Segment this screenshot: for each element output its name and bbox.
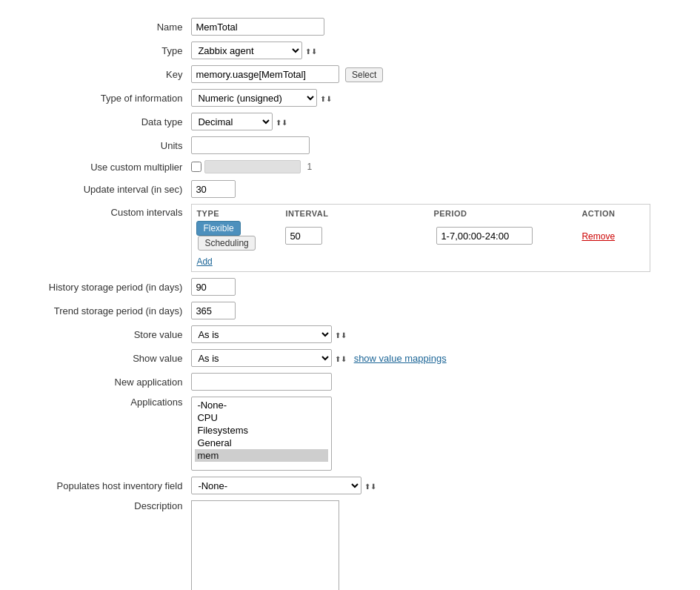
app-option-none[interactable]: -None- — [195, 399, 328, 411]
data-type-label: Data type — [15, 110, 187, 133]
type-label: Type — [15, 39, 187, 62]
add-interval-link[interactable]: Add — [196, 256, 212, 267]
history-label: History storage period (in days) — [15, 275, 187, 299]
name-row: Name — [15, 15, 681, 39]
units-row: Units — [15, 133, 681, 157]
app-option-mem[interactable]: mem — [195, 449, 328, 462]
applications-label: Applications — [15, 394, 187, 474]
header-interval: INTERVAL — [285, 209, 433, 218]
name-label: Name — [15, 15, 187, 39]
name-input[interactable] — [191, 18, 324, 36]
store-value-arrows-icon: ⬆⬇ — [335, 331, 347, 339]
store-value-select[interactable]: As is Delta (speed per second) Delta (si… — [191, 325, 332, 343]
data-type-arrows-icon: ⬆⬇ — [276, 119, 287, 127]
populates-row: Populates host inventory field -None- ⬆⬇ — [15, 474, 681, 497]
type-of-info-label: Type of information — [15, 86, 187, 110]
new-application-label: New application — [15, 370, 187, 394]
key-select-button[interactable]: Select — [345, 67, 383, 82]
units-label: Units — [15, 133, 187, 157]
populates-label: Populates host inventory field — [15, 474, 187, 497]
description-textarea[interactable] — [191, 500, 339, 590]
description-label: Description — [15, 497, 187, 590]
flexible-button[interactable]: Flexible — [196, 221, 240, 236]
trend-row: Trend storage period (in days) — [15, 299, 681, 322]
app-option-filesystems[interactable]: Filesystems — [195, 424, 328, 437]
custom-intervals-container: TYPE INTERVAL PERIOD ACTION Flexible Sch… — [191, 204, 650, 272]
interval-row: Flexible Scheduling Remove — [196, 221, 645, 251]
key-row: Key Select — [15, 62, 681, 86]
type-row: Type Zabbix agent ⬆⬇ — [15, 39, 681, 62]
item-form: Name Type Zabbix agent ⬆⬇ Key Select Typ… — [15, 15, 681, 590]
applications-listbox[interactable]: -None- CPU Filesystems General mem — [191, 397, 332, 471]
type-select[interactable]: Zabbix agent — [191, 42, 302, 59]
data-type-select[interactable]: Decimal — [191, 113, 273, 130]
store-value-label: Store value — [15, 322, 187, 346]
add-interval-row: Add — [196, 253, 645, 267]
multiplier-row: Use custom multiplier 1 — [15, 157, 681, 177]
show-value-arrows-icon: ⬆⬇ — [335, 355, 347, 363]
trend-input[interactable] — [191, 302, 236, 319]
interval-value-cell — [285, 227, 433, 245]
period-value-cell — [433, 227, 581, 245]
app-option-general[interactable]: General — [195, 437, 328, 449]
multiplier-slider[interactable] — [204, 160, 301, 173]
type-of-info-select[interactable]: Numeric (unsigned) — [191, 89, 317, 107]
update-interval-input[interactable] — [191, 180, 236, 198]
header-period: PERIOD — [433, 209, 581, 218]
trend-label: Trend storage period (in days) — [15, 299, 187, 322]
update-interval-row: Update interval (in sec) — [15, 177, 681, 201]
new-application-row: New application — [15, 370, 681, 394]
multiplier-checkbox[interactable] — [191, 162, 201, 172]
period-input[interactable] — [436, 227, 533, 245]
show-value-row: Show value As is ⬆⬇ show value mappings — [15, 346, 681, 370]
new-application-input[interactable] — [191, 373, 332, 391]
populates-select[interactable]: -None- — [191, 477, 361, 494]
info-type-arrows-icon: ⬆⬇ — [320, 95, 332, 103]
scheduling-button[interactable]: Scheduling — [198, 236, 255, 251]
units-input[interactable] — [191, 136, 310, 154]
update-interval-label: Update interval (in sec) — [15, 177, 187, 201]
app-option-cpu[interactable]: CPU — [195, 411, 328, 424]
populates-arrows-icon: ⬆⬇ — [364, 483, 376, 491]
history-row: History storage period (in days) — [15, 275, 681, 299]
store-value-row: Store value As is Delta (speed per secon… — [15, 322, 681, 346]
applications-row: Applications -None- CPU Filesystems Gene… — [15, 394, 681, 474]
key-label: Key — [15, 62, 187, 86]
interval-value-input[interactable] — [285, 227, 322, 245]
custom-intervals-row: Custom intervals TYPE INTERVAL PERIOD AC… — [15, 201, 681, 275]
key-input[interactable] — [191, 65, 339, 83]
header-action: ACTION — [581, 209, 656, 218]
header-type: TYPE — [196, 209, 285, 218]
intervals-header: TYPE INTERVAL PERIOD ACTION — [196, 209, 645, 218]
history-input[interactable] — [191, 278, 236, 296]
show-value-select[interactable]: As is — [191, 349, 332, 367]
data-type-row: Data type Decimal ⬆⬇ — [15, 110, 681, 133]
type-arrows-icon: ⬆⬇ — [305, 47, 317, 56]
description-row: Description — [15, 497, 681, 590]
type-of-info-row: Type of information Numeric (unsigned) ⬆… — [15, 86, 681, 110]
custom-intervals-label: Custom intervals — [15, 201, 187, 275]
multiplier-value: 1 — [307, 162, 312, 172]
multiplier-label: Use custom multiplier — [15, 157, 187, 177]
interval-type-buttons: Flexible Scheduling — [196, 221, 285, 251]
action-cell: Remove — [581, 231, 656, 242]
remove-link[interactable]: Remove — [581, 231, 615, 242]
show-value-label: Show value — [15, 346, 187, 370]
show-value-mappings-link[interactable]: show value mappings — [354, 353, 447, 364]
